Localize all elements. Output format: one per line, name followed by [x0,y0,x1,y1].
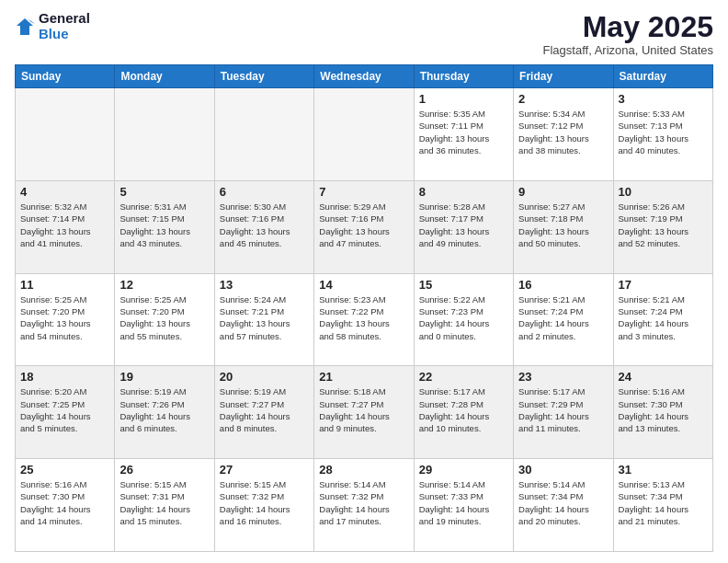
calendar-header-saturday: Saturday [613,65,712,88]
day-number: 18 [20,370,109,384]
day-number: 2 [518,92,608,106]
logo: General Blue [15,11,90,41]
logo-icon [15,17,35,37]
cell-text: Sunrise: 5:28 AM Sunset: 7:17 PM Dayligh… [419,201,508,249]
day-number: 16 [518,278,608,292]
header: General Blue May 2025 Flagstaff, Arizona… [15,11,713,57]
cell-text: Sunrise: 5:19 AM Sunset: 7:27 PM Dayligh… [220,385,309,434]
calendar-week-row: 1Sunrise: 5:35 AM Sunset: 7:11 PM Daylig… [16,88,713,181]
calendar-cell: 12Sunrise: 5:25 AM Sunset: 7:20 PM Dayli… [115,273,214,366]
calendar-cell: 31Sunrise: 5:13 AM Sunset: 7:34 PM Dayli… [613,459,712,552]
day-number: 22 [419,370,508,384]
day-number: 24 [619,370,708,384]
day-number: 30 [518,463,608,477]
calendar-header-row: SundayMondayTuesdayWednesdayThursdayFrid… [16,65,713,88]
calendar-cell [16,88,115,181]
page: General Blue May 2025 Flagstaff, Arizona… [0,0,728,563]
day-number: 7 [319,185,408,199]
day-number: 15 [419,278,508,292]
calendar-cell: 29Sunrise: 5:14 AM Sunset: 7:33 PM Dayli… [414,459,513,552]
day-number: 29 [419,463,508,477]
calendar-cell: 11Sunrise: 5:25 AM Sunset: 7:20 PM Dayli… [16,273,115,366]
calendar-cell: 20Sunrise: 5:19 AM Sunset: 7:27 PM Dayli… [214,366,313,459]
day-number: 4 [20,185,109,199]
calendar-cell: 17Sunrise: 5:21 AM Sunset: 7:24 PM Dayli… [613,273,712,366]
cell-text: Sunrise: 5:17 AM Sunset: 7:29 PM Dayligh… [518,385,608,434]
calendar-cell: 5Sunrise: 5:31 AM Sunset: 7:15 PM Daylig… [115,180,214,273]
day-number: 28 [319,463,408,477]
calendar-cell: 6Sunrise: 5:30 AM Sunset: 7:16 PM Daylig… [214,180,313,273]
calendar-header-thursday: Thursday [414,65,513,88]
cell-text: Sunrise: 5:24 AM Sunset: 7:21 PM Dayligh… [220,293,309,342]
calendar-cell [314,88,414,181]
calendar-week-row: 25Sunrise: 5:16 AM Sunset: 7:30 PM Dayli… [16,459,713,552]
calendar-header-wednesday: Wednesday [314,65,414,88]
calendar-cell: 21Sunrise: 5:18 AM Sunset: 7:27 PM Dayli… [314,366,414,459]
calendar-week-row: 18Sunrise: 5:20 AM Sunset: 7:25 PM Dayli… [16,366,713,459]
calendar-cell: 24Sunrise: 5:16 AM Sunset: 7:30 PM Dayli… [613,366,712,459]
cell-text: Sunrise: 5:14 AM Sunset: 7:33 PM Dayligh… [419,478,508,527]
calendar-cell: 4Sunrise: 5:32 AM Sunset: 7:14 PM Daylig… [16,180,115,273]
calendar-cell: 18Sunrise: 5:20 AM Sunset: 7:25 PM Dayli… [16,366,115,459]
day-number: 12 [119,278,209,292]
calendar-cell: 14Sunrise: 5:23 AM Sunset: 7:22 PM Dayli… [314,273,414,366]
cell-text: Sunrise: 5:23 AM Sunset: 7:22 PM Dayligh… [319,293,408,342]
cell-text: Sunrise: 5:14 AM Sunset: 7:34 PM Dayligh… [518,478,608,527]
month-title: May 2025 [543,11,713,43]
day-number: 31 [619,463,708,477]
day-number: 1 [419,92,508,106]
cell-text: Sunrise: 5:17 AM Sunset: 7:28 PM Dayligh… [419,385,508,434]
day-number: 5 [119,185,209,199]
day-number: 21 [319,370,408,384]
day-number: 3 [619,92,708,106]
day-number: 10 [619,185,708,199]
calendar-header-friday: Friday [514,65,613,88]
day-number: 13 [220,278,309,292]
day-number: 20 [220,370,309,384]
cell-text: Sunrise: 5:31 AM Sunset: 7:15 PM Dayligh… [119,201,209,249]
calendar-header-monday: Monday [115,65,214,88]
logo-general-text: General [39,11,90,27]
cell-text: Sunrise: 5:18 AM Sunset: 7:27 PM Dayligh… [319,385,408,434]
cell-text: Sunrise: 5:32 AM Sunset: 7:14 PM Dayligh… [20,201,109,249]
day-number: 26 [119,463,209,477]
calendar-header-tuesday: Tuesday [214,65,313,88]
cell-text: Sunrise: 5:21 AM Sunset: 7:24 PM Dayligh… [619,293,708,342]
logo-blue-text: Blue [39,27,90,42]
day-number: 19 [119,370,209,384]
cell-text: Sunrise: 5:29 AM Sunset: 7:16 PM Dayligh… [319,201,408,249]
day-number: 27 [220,463,309,477]
calendar-cell: 26Sunrise: 5:15 AM Sunset: 7:31 PM Dayli… [115,459,214,552]
location: Flagstaff, Arizona, United States [543,43,713,57]
day-number: 6 [220,185,309,199]
day-number: 8 [419,185,508,199]
cell-text: Sunrise: 5:35 AM Sunset: 7:11 PM Dayligh… [419,108,508,156]
title-block: May 2025 Flagstaff, Arizona, United Stat… [543,11,713,57]
calendar-table: SundayMondayTuesdayWednesdayThursdayFrid… [15,64,713,552]
calendar-cell: 25Sunrise: 5:16 AM Sunset: 7:30 PM Dayli… [16,459,115,552]
cell-text: Sunrise: 5:20 AM Sunset: 7:25 PM Dayligh… [20,385,109,434]
calendar-cell: 9Sunrise: 5:27 AM Sunset: 7:18 PM Daylig… [514,180,613,273]
calendar-cell: 30Sunrise: 5:14 AM Sunset: 7:34 PM Dayli… [514,459,613,552]
calendar-cell: 7Sunrise: 5:29 AM Sunset: 7:16 PM Daylig… [314,180,414,273]
calendar-cell: 16Sunrise: 5:21 AM Sunset: 7:24 PM Dayli… [514,273,613,366]
calendar-cell: 23Sunrise: 5:17 AM Sunset: 7:29 PM Dayli… [514,366,613,459]
cell-text: Sunrise: 5:25 AM Sunset: 7:20 PM Dayligh… [119,293,209,342]
calendar-cell: 19Sunrise: 5:19 AM Sunset: 7:26 PM Dayli… [115,366,214,459]
calendar-cell: 28Sunrise: 5:14 AM Sunset: 7:32 PM Dayli… [314,459,414,552]
cell-text: Sunrise: 5:26 AM Sunset: 7:19 PM Dayligh… [619,201,708,249]
calendar-header-sunday: Sunday [16,65,115,88]
calendar-cell: 10Sunrise: 5:26 AM Sunset: 7:19 PM Dayli… [613,180,712,273]
cell-text: Sunrise: 5:15 AM Sunset: 7:32 PM Dayligh… [220,478,309,527]
day-number: 25 [20,463,109,477]
calendar-cell: 3Sunrise: 5:33 AM Sunset: 7:13 PM Daylig… [613,88,712,181]
calendar-cell [214,88,313,181]
calendar-cell [115,88,214,181]
cell-text: Sunrise: 5:21 AM Sunset: 7:24 PM Dayligh… [518,293,608,342]
cell-text: Sunrise: 5:16 AM Sunset: 7:30 PM Dayligh… [619,385,708,434]
calendar-cell: 2Sunrise: 5:34 AM Sunset: 7:12 PM Daylig… [514,88,613,181]
cell-text: Sunrise: 5:34 AM Sunset: 7:12 PM Dayligh… [518,108,608,156]
calendar-cell: 13Sunrise: 5:24 AM Sunset: 7:21 PM Dayli… [214,273,313,366]
cell-text: Sunrise: 5:25 AM Sunset: 7:20 PM Dayligh… [20,293,109,342]
cell-text: Sunrise: 5:30 AM Sunset: 7:16 PM Dayligh… [220,201,309,249]
